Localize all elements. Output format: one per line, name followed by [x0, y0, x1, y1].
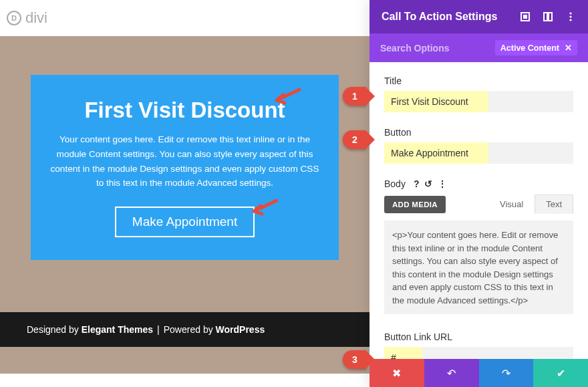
close-tag-icon[interactable]: ✕	[565, 43, 572, 53]
site-footer: Designed by Elegant Themes | Powered by …	[0, 312, 370, 347]
cta-module[interactable]: First Visit Discount Your content goes h…	[31, 75, 339, 260]
panel-footer: ✖ ↶ ↷ ✔	[370, 359, 588, 387]
button-input[interactable]	[384, 142, 573, 164]
body-label: Body	[384, 178, 406, 189]
brand-logo: D divi	[0, 0, 370, 36]
close-icon: ✖	[392, 367, 401, 380]
svg-rect-3	[549, 13, 552, 21]
svg-point-4	[569, 12, 571, 14]
drag-icon[interactable]	[543, 11, 553, 22]
redo-icon: ↷	[502, 367, 510, 380]
tab-text[interactable]: Text	[535, 195, 573, 214]
svg-rect-1	[523, 15, 527, 19]
title-label: Title	[384, 76, 573, 86]
footer-designer[interactable]: Elegant Themes	[82, 324, 153, 335]
title-input[interactable]	[384, 91, 573, 112]
url-field-group: Button Link URL	[384, 332, 573, 359]
editor-tabs: Visual Text	[488, 195, 573, 214]
panel-subheader: Search Options Active Content ✕	[370, 33, 588, 62]
tab-visual[interactable]: Visual	[488, 195, 535, 214]
active-content-tag[interactable]: Active Content ✕	[495, 40, 577, 55]
body-textarea[interactable]: <p>Your content goes here. Edit or remov…	[384, 221, 573, 314]
undo-icon: ↶	[447, 367, 456, 380]
footer-separator: |	[157, 324, 160, 335]
settings-panel: Call To Action Settings Search Options A…	[370, 0, 588, 387]
logo-mark-icon: D	[7, 11, 21, 25]
cta-body-text[interactable]: Your content goes here. Edit or remove t…	[48, 132, 321, 190]
hero-preview: First Visit Discount Your content goes h…	[0, 36, 370, 312]
annotation-badge-1: 1	[343, 87, 367, 106]
logo-text: divi	[25, 9, 47, 27]
arrow-annotation-icon	[271, 86, 302, 106]
decorative-strip	[0, 347, 370, 374]
footer-platform[interactable]: WordPress	[216, 324, 265, 335]
panel-body: Title Button Body ? ↺ ⋮ ADD MEDIA Visual…	[370, 62, 588, 359]
footer-powered-by-label: Powered by	[164, 324, 213, 335]
add-media-button[interactable]: ADD MEDIA	[384, 196, 446, 213]
panel-title: Call To Action Settings	[382, 11, 497, 23]
more-icon[interactable]	[565, 11, 576, 22]
check-icon: ✔	[557, 367, 565, 380]
svg-rect-2	[544, 13, 547, 21]
annotation-badge-3: 3	[343, 350, 367, 369]
cta-button[interactable]: Make Appointment	[115, 207, 255, 237]
expand-icon[interactable]	[520, 11, 531, 22]
footer-designed-by-label: Designed by	[27, 324, 79, 335]
more-options-icon[interactable]: ⋮	[438, 178, 447, 189]
undo-button[interactable]: ↶	[424, 359, 479, 387]
reset-icon[interactable]: ↺	[424, 178, 432, 189]
title-field-group: Title	[384, 76, 573, 112]
help-icon[interactable]: ?	[414, 178, 420, 189]
button-field-group: Button	[384, 127, 573, 164]
confirm-button[interactable]: ✔	[533, 359, 588, 387]
body-field-group: Body ? ↺ ⋮ ADD MEDIA Visual Text <p>Your…	[384, 178, 573, 317]
cancel-button[interactable]: ✖	[370, 359, 424, 387]
svg-point-6	[569, 19, 571, 21]
svg-point-5	[569, 15, 571, 17]
redo-button[interactable]: ↷	[479, 359, 534, 387]
button-label: Button	[384, 127, 573, 138]
active-content-label: Active Content	[500, 43, 559, 53]
arrow-annotation-icon	[249, 197, 279, 217]
panel-header: Call To Action Settings	[370, 0, 588, 33]
annotation-badge-2: 2	[343, 130, 367, 149]
search-options[interactable]: Search Options	[380, 43, 449, 53]
url-label: Button Link URL	[384, 332, 573, 342]
url-input[interactable]	[384, 347, 573, 359]
